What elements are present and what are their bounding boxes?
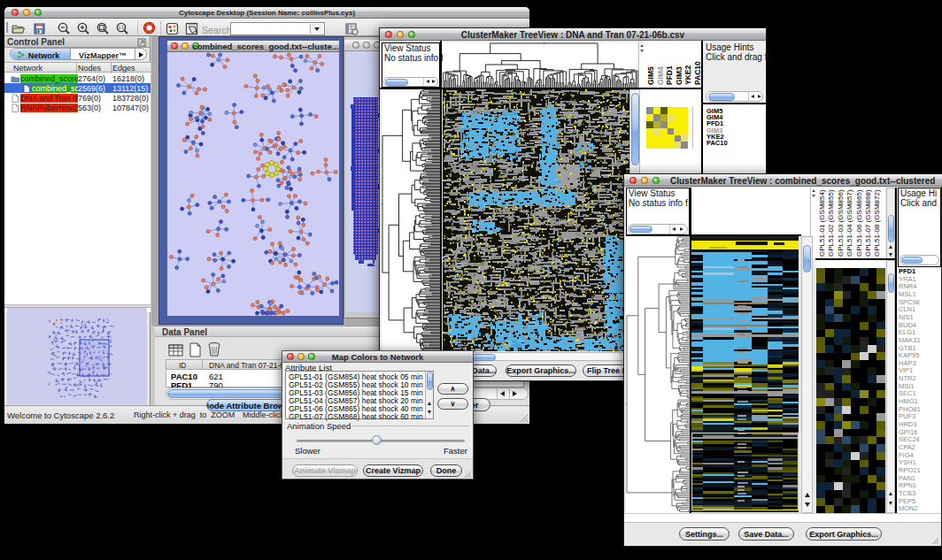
svg-text:1:1: 1:1 xyxy=(119,26,125,30)
